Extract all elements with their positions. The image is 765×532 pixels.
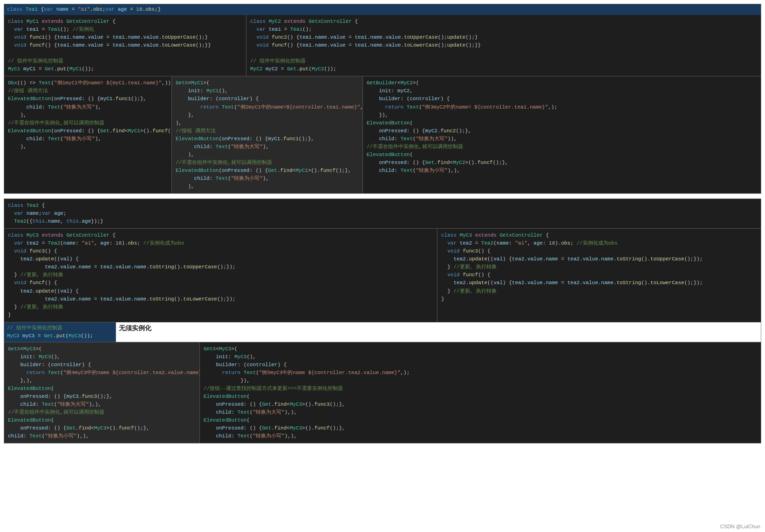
tea1-code-header: class Tea1 {var name = "ai".obs;var age … bbox=[7, 7, 161, 12]
obx-code: Obx(() => Text("例1myC1中的name= ${myC1.tea… bbox=[8, 79, 168, 150]
tea2-block: class Tea2 { var name;var age; Tea2({thi… bbox=[4, 199, 761, 229]
instantiate-code-left: // 组件中实例化控制器 MyC3 myC3 = Get.put(MyC3())… bbox=[7, 324, 113, 340]
getx-myc1-block: GetX<MyC1>( init: MyC1(), builder: (cont… bbox=[172, 76, 363, 193]
getx-myc1-code: GetX<MyC1>( init: MyC1(), builder: (cont… bbox=[176, 79, 359, 191]
getx-myc3-right-block: GetX<MyC3>( init: MyC3(), builder: (cont… bbox=[200, 342, 761, 443]
instantiate-label-left: // 组件中实例化控制器 MyC3 myC3 = Get.put(MyC3())… bbox=[4, 322, 116, 342]
top-code-row: class MyC1 extends GetxController { var … bbox=[4, 15, 761, 76]
bottom-section: class Tea2 { var name;var age; Tea2({thi… bbox=[4, 198, 761, 443]
myc3-left-code: class MyC3 extends GetxController { var … bbox=[8, 232, 433, 319]
no-instantiate-label: 无须实例化 bbox=[116, 322, 761, 342]
myc1-code: class MyC1 extends GetxController { var … bbox=[8, 18, 242, 73]
myc3-left-block: class MyC3 extends GetxController { var … bbox=[4, 229, 437, 322]
myc3-right-code: class MyC3 extends GetxController { var … bbox=[441, 232, 757, 303]
getbuilder-block: GetBuilder<MyC2>( init: myC2, builder: (… bbox=[363, 76, 761, 193]
tea2-code: class Tea2 { var name;var age; Tea2({thi… bbox=[8, 202, 757, 225]
obx-block: Obx(() => Text("例1myC1中的name= ${myC1.tea… bbox=[4, 76, 172, 193]
tea1-header: class Tea1 {var name = "ai".obs;var age … bbox=[4, 4, 761, 15]
page-container: class Tea1 {var name = "ai".obs;var age … bbox=[0, 0, 765, 447]
label-row: // 组件中实例化控制器 MyC3 myC3 = Get.put(MyC3())… bbox=[4, 322, 761, 342]
top-section: class Tea1 {var name = "ai".obs;var age … bbox=[4, 4, 761, 194]
myc2-code: class MyC2 extends GetxController { var … bbox=[250, 18, 757, 73]
getx-myc3-row: GetX<MyC3>( init: MyC3(), builder: (cont… bbox=[4, 342, 761, 443]
getx-myc3-left-block: GetX<MyC3>( init: MyC3(), builder: (cont… bbox=[4, 342, 200, 443]
myc1-block: class MyC1 extends GetxController { var … bbox=[4, 15, 246, 76]
widget-row: Obx(() => Text("例1myC1中的name= ${myC1.tea… bbox=[4, 76, 761, 193]
no-instantiate-text: 无须实例化 bbox=[119, 324, 151, 332]
myc2-block: class MyC2 extends GetxController { var … bbox=[246, 15, 761, 76]
getbuilder-code: GetBuilder<MyC2>( init: myC2, builder: (… bbox=[367, 79, 757, 175]
watermark: CSDN @LuiChun bbox=[720, 524, 760, 529]
getx-myc3-right-code: GetX<MyC3>( init: MyC3(), builder: (cont… bbox=[204, 345, 757, 441]
myc3-row: class MyC3 extends GetxController { var … bbox=[4, 229, 761, 322]
getx-myc3-left-code: GetX<MyC3>( init: MyC3(), builder: (cont… bbox=[8, 345, 196, 441]
myc3-right-block: class MyC3 extends GetxController { var … bbox=[437, 229, 761, 322]
